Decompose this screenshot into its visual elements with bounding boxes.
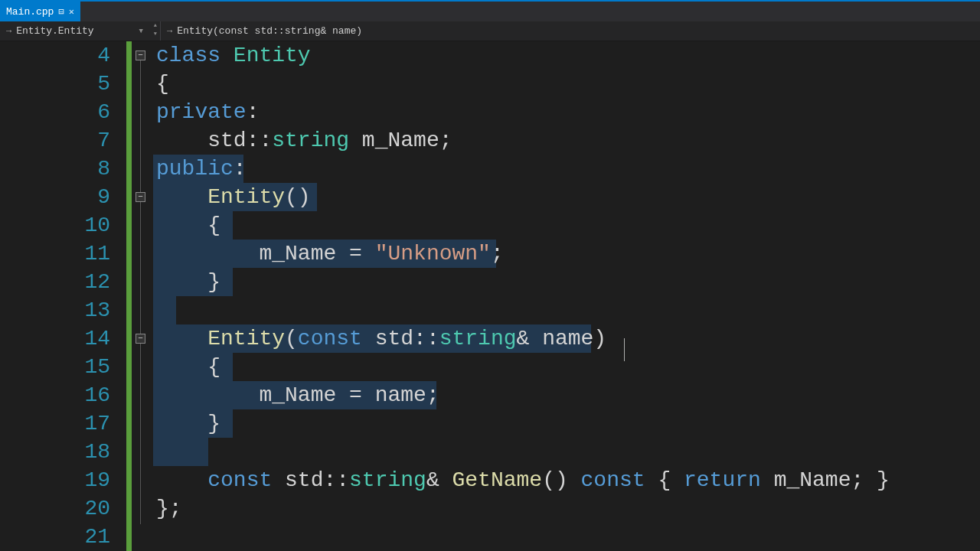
code-line[interactable] [156, 296, 980, 324]
code-line[interactable]: public: [156, 155, 980, 183]
code-editor[interactable]: 456789101112131415161718192021 − − − cla… [0, 41, 980, 551]
code-line[interactable]: m_Name = "Unknown"; [156, 240, 980, 268]
code-line[interactable]: const std::string& GetName() const { ret… [156, 466, 980, 494]
arrow-right-icon: → [6, 26, 11, 37]
code-line[interactable]: Entity(const std::string& name) [156, 324, 980, 353]
fold-toggle[interactable]: − [136, 51, 145, 60]
line-number: 17 [0, 409, 110, 438]
code-line[interactable]: { [156, 353, 980, 381]
code-line[interactable]: m_Name = name; [156, 381, 980, 409]
text-cursor [624, 338, 625, 361]
fold-toggle[interactable]: − [136, 192, 145, 202]
line-number: 18 [0, 438, 110, 466]
code-line[interactable]: { [156, 211, 980, 240]
line-number: 19 [0, 466, 110, 494]
pin-icon[interactable]: ⊟ [58, 6, 64, 18]
code-line[interactable]: std::string m_Name; [156, 126, 980, 155]
chevron-down-icon[interactable]: ▼ [139, 28, 143, 35]
line-number: 13 [0, 296, 110, 324]
line-number: 5 [0, 70, 110, 98]
scope-spinner[interactable]: ▲▼ [154, 21, 157, 38]
arrow-right-icon: → [167, 26, 172, 37]
code-line[interactable]: } [156, 409, 980, 438]
code-line[interactable]: }; [156, 494, 980, 523]
line-number: 7 [0, 126, 110, 155]
code-line[interactable]: } [156, 268, 980, 296]
member-label: Entity(const std::string& name) [177, 25, 362, 37]
code-line[interactable]: Entity() [156, 183, 980, 211]
line-number: 16 [0, 381, 110, 409]
fold-guide [140, 60, 141, 524]
tab-bar: Main.cpp ⊟ ✕ [0, 0, 980, 21]
line-number: 6 [0, 98, 110, 126]
code-line[interactable] [156, 438, 980, 466]
line-number: 21 [0, 523, 110, 551]
scope-label: Entity.Entity [16, 25, 93, 37]
tab-filename: Main.cpp [6, 6, 54, 18]
line-number: 4 [0, 41, 110, 70]
code-line[interactable] [156, 523, 980, 551]
line-number-gutter: 456789101112131415161718192021 [0, 41, 126, 551]
line-number: 15 [0, 353, 110, 381]
close-icon[interactable]: ✕ [69, 6, 74, 18]
line-number: 14 [0, 324, 110, 353]
code-line[interactable]: { [156, 70, 980, 98]
change-indicator [126, 41, 132, 551]
line-number: 8 [0, 155, 110, 183]
navigation-bar: → Entity.Entity ▼ ▲▼ → Entity(const std:… [0, 21, 980, 41]
code-line[interactable]: private: [156, 98, 980, 126]
code-line[interactable]: class Entity [156, 41, 980, 70]
member-dropdown[interactable]: → Entity(const std::string& name) [161, 21, 980, 41]
fold-column: − − − [132, 41, 153, 551]
line-number: 20 [0, 494, 110, 523]
file-tab[interactable]: Main.cpp ⊟ ✕ [0, 2, 80, 21]
line-number: 9 [0, 183, 110, 211]
fold-toggle[interactable]: − [136, 334, 145, 344]
line-number: 12 [0, 268, 110, 296]
scope-dropdown[interactable]: → Entity.Entity ▼ ▲▼ [0, 21, 161, 41]
code-area[interactable]: class Entity { private: std::string m_Na… [153, 41, 980, 551]
line-number: 10 [0, 211, 110, 240]
line-number: 11 [0, 240, 110, 268]
